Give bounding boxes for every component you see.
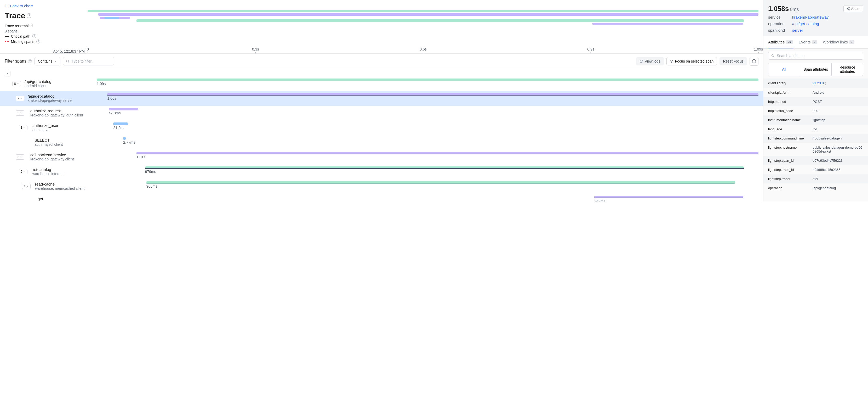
attr-value[interactable]: v1.23.0 bbox=[813, 81, 863, 85]
minimap[interactable] bbox=[88, 10, 758, 26]
attribute-row[interactable]: instrumentation.namelightstep bbox=[764, 115, 868, 124]
tab-workflow-links[interactable]: Workflow links7 bbox=[823, 36, 854, 49]
child-count-badge[interactable]: 8 bbox=[12, 81, 21, 86]
span-duration-label: 1.06s bbox=[107, 96, 116, 100]
operation-link[interactable]: /api/get-catalog bbox=[792, 22, 819, 26]
attribute-row[interactable]: lightstep.hostnamepublic-sales-datagen-d… bbox=[764, 143, 868, 156]
span-row[interactable]: 1 authorize_userauth server21.2ms bbox=[0, 120, 763, 135]
info-icon bbox=[752, 59, 756, 63]
span-count: 9 spans bbox=[5, 29, 758, 33]
span-duration-label: 242ms bbox=[594, 199, 605, 202]
attr-value: Go bbox=[813, 127, 863, 131]
span-row[interactable]: 3 call-backend-servicekrakend-api-gatewa… bbox=[0, 150, 763, 164]
span-bar[interactable] bbox=[113, 122, 128, 125]
tab-events[interactable]: Events2 bbox=[799, 36, 817, 49]
attribute-row[interactable]: client libraryv1.23.0 bbox=[764, 79, 868, 88]
filter-input[interactable]: Type to filter... bbox=[63, 57, 114, 65]
span-service: krakend-api-gateway client bbox=[30, 157, 74, 161]
attr-value: Android bbox=[813, 90, 863, 94]
span-row[interactable]: 2 authorize-requestkrakend-api-gateway: … bbox=[0, 106, 763, 120]
attribute-row[interactable]: lightstep.command_line/root/sales-datage… bbox=[764, 134, 868, 143]
missing-spans-label: Missing spans bbox=[11, 39, 34, 44]
span-row[interactable]: 2 list-catalogwarehouse internal979ms bbox=[0, 164, 763, 179]
contains-label: Contains bbox=[38, 59, 52, 63]
seg-span[interactable]: Span attributes bbox=[800, 63, 832, 76]
span-duration-label: 47.8ms bbox=[109, 111, 121, 115]
svg-point-2 bbox=[849, 7, 850, 8]
span-duration-label: 1.09s bbox=[97, 82, 105, 86]
child-count-badge[interactable]: 2 bbox=[19, 169, 27, 174]
child-count-badge[interactable]: 1 bbox=[22, 184, 31, 189]
attribute-row[interactable]: lightstep.trace_id49ffd88ca45c2365 bbox=[764, 165, 868, 174]
seg-resource[interactable]: Resource attributes bbox=[832, 63, 863, 76]
attr-key: lightstep.command_line bbox=[768, 136, 813, 140]
focus-span-button[interactable]: Focus on selected span bbox=[666, 57, 717, 65]
reset-focus-label: Reset Focus bbox=[723, 59, 744, 63]
span-bar[interactable] bbox=[145, 167, 744, 169]
span-bar[interactable] bbox=[136, 152, 758, 154]
child-count-badge[interactable]: 7 bbox=[16, 96, 24, 101]
back-to-chart-link[interactable]: Back to chart bbox=[5, 4, 33, 8]
help-icon[interactable]: ? bbox=[28, 59, 32, 63]
arrow-left-icon bbox=[5, 4, 8, 8]
attr-key: client.platform bbox=[768, 90, 813, 94]
attribute-row[interactable]: lightstep.span_ide07e93ed4c756223 bbox=[764, 156, 868, 165]
span-bar[interactable] bbox=[107, 93, 758, 96]
help-icon[interactable]: ? bbox=[27, 13, 31, 18]
span-bar[interactable] bbox=[123, 137, 126, 140]
span-name: read-cache bbox=[35, 182, 85, 186]
critical-path-line bbox=[136, 153, 758, 154]
share-label: Share bbox=[851, 7, 860, 11]
span-duration-label: 21.2ms bbox=[113, 125, 125, 130]
seg-all[interactable]: All bbox=[768, 63, 800, 76]
filter-icon bbox=[670, 59, 674, 63]
attr-key: lightstep.hostname bbox=[768, 145, 813, 153]
span-name: /api/get-catalog bbox=[28, 94, 73, 98]
reset-focus-button[interactable]: Reset Focus bbox=[719, 57, 747, 65]
missing-spans-swatch bbox=[5, 41, 9, 42]
minus-icon bbox=[6, 72, 9, 75]
span-row[interactable]: getmemcached server242ms bbox=[0, 194, 763, 202]
span-row[interactable]: SELECTauth: mysql client2.77ms bbox=[0, 135, 763, 150]
attr-value: otel bbox=[813, 177, 863, 181]
attribute-search[interactable]: Search attributes bbox=[768, 52, 863, 60]
span-bar[interactable] bbox=[97, 79, 758, 81]
span-service: krakend-api-gateway server bbox=[28, 98, 73, 103]
child-count-badge[interactable]: 3 bbox=[16, 154, 24, 160]
attribute-row[interactable]: client.platformAndroid bbox=[764, 88, 868, 97]
attr-key: http.status_code bbox=[768, 109, 813, 113]
critical-path-line bbox=[594, 198, 743, 198]
span-service: krakend-api-gateway: auth client bbox=[30, 113, 83, 117]
child-count-badge[interactable]: 1 bbox=[19, 125, 27, 130]
span-bar[interactable] bbox=[109, 108, 138, 110]
filter-placeholder: Type to filter... bbox=[72, 59, 94, 63]
attribute-row[interactable]: http.status_code200 bbox=[764, 106, 868, 115]
attr-value: lightstep bbox=[813, 118, 863, 122]
span-service: memcached server bbox=[38, 201, 69, 202]
attribute-row[interactable]: languageGo bbox=[764, 124, 868, 134]
help-icon[interactable]: ? bbox=[32, 34, 36, 38]
attribute-row[interactable]: operation/api/get-catalog bbox=[764, 183, 868, 193]
span-row[interactable]: 8 /api/get-catalogandroid client1.09s bbox=[0, 77, 763, 91]
child-count-badge[interactable]: 2 bbox=[16, 110, 24, 116]
span-service: warehouse internal bbox=[32, 172, 63, 176]
share-button[interactable]: Share bbox=[843, 5, 863, 12]
span-row[interactable]: 1 read-cachewarehouse: memcached client9… bbox=[0, 179, 763, 194]
info-button[interactable] bbox=[750, 57, 758, 66]
critical-path-line bbox=[109, 110, 138, 110]
span-row[interactable]: 7 /api/get-catalogkrakend-api-gateway se… bbox=[0, 91, 763, 106]
help-icon[interactable]: ? bbox=[36, 39, 40, 44]
attribute-row[interactable]: lightstep.tracerotel bbox=[764, 174, 868, 183]
tab-attributes[interactable]: Attributes24 bbox=[768, 36, 793, 49]
svg-point-0 bbox=[66, 60, 68, 62]
span-name: list-catalog bbox=[32, 167, 63, 172]
service-link[interactable]: krakend-api-gateway bbox=[792, 15, 829, 19]
view-logs-button[interactable]: View logs bbox=[636, 57, 664, 65]
span-bar[interactable] bbox=[147, 181, 736, 184]
tick: 0.3s bbox=[252, 47, 259, 53]
attribute-row[interactable]: http.methodPOST bbox=[764, 97, 868, 106]
contains-dropdown[interactable]: Contains bbox=[34, 57, 60, 65]
spankind-link[interactable]: server bbox=[792, 28, 803, 32]
span-bar[interactable] bbox=[594, 196, 743, 198]
collapse-all-button[interactable] bbox=[5, 71, 10, 77]
